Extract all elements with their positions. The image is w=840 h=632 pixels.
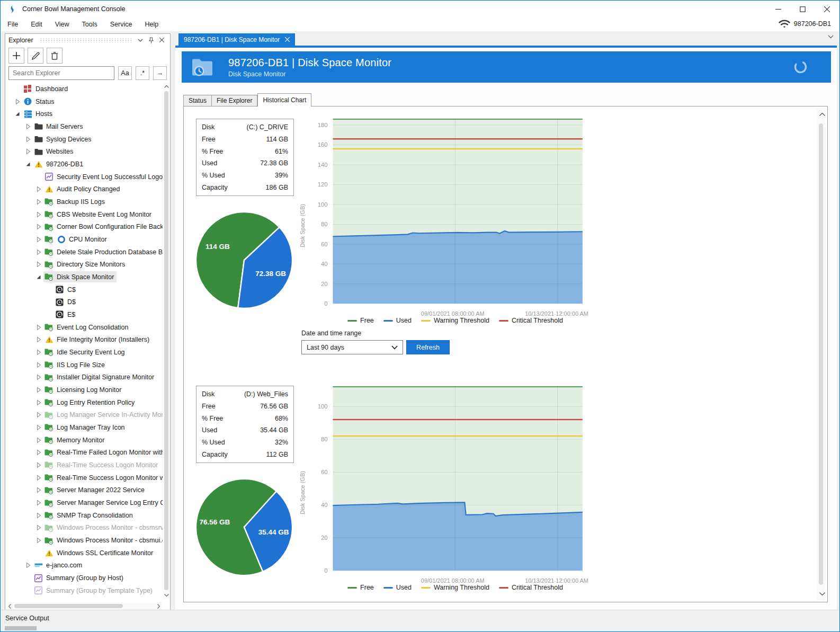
legend-item-free[interactable]: Free bbox=[347, 584, 374, 591]
tree-item-disk-space-monitor[interactable]: Disk Space Monitor bbox=[5, 271, 163, 283]
minimize-button[interactable] bbox=[766, 1, 790, 17]
row-content[interactable]: Event Log Consolidation bbox=[43, 322, 131, 333]
row-content[interactable]: Licensing Log Monitor bbox=[43, 384, 124, 395]
expand-arrow-icon[interactable] bbox=[23, 135, 33, 144]
expand-arrow-icon[interactable] bbox=[34, 222, 43, 231]
row-content[interactable]: Directory Size Monitors bbox=[43, 259, 128, 270]
expand-arrow-icon[interactable] bbox=[34, 248, 43, 256]
tree-item-event-log-consolidation[interactable]: Event Log Consolidation bbox=[5, 321, 163, 334]
expand-arrow-icon[interactable] bbox=[34, 511, 43, 520]
tab-file-explorer[interactable]: File Explorer bbox=[212, 95, 257, 106]
expand-arrow-icon[interactable] bbox=[34, 536, 43, 545]
tree-item-summary-group-by-template-type[interactable]: Summary (Group by Template Type) bbox=[5, 584, 163, 597]
tree-item-delete-stale-production-database-backu[interactable]: Delete Stale Production Database Backu bbox=[5, 246, 163, 259]
row-content[interactable]: Log Entry Retention Policy bbox=[43, 397, 137, 408]
tree-item-syslog-devices[interactable]: Syslog Devices bbox=[5, 133, 163, 146]
row-content[interactable]: Server Manager 2022 Service bbox=[43, 485, 147, 496]
row-content[interactable]: Status bbox=[22, 96, 57, 107]
tree-item-snmp-trap-consolidation[interactable]: SNMP Trap Consolidation bbox=[5, 509, 163, 522]
edit-button[interactable] bbox=[28, 48, 43, 64]
tree-item-iis-log-file-size[interactable]: IIS Log File Size bbox=[5, 359, 163, 371]
expand-arrow-icon[interactable] bbox=[23, 561, 33, 569]
tree-item-memory-monitor[interactable]: Memory Monitor bbox=[5, 434, 163, 447]
row-content[interactable]: Hosts bbox=[22, 109, 55, 120]
row-content[interactable]: Windows Process Monitor - cbsmui.exe bbox=[43, 535, 163, 546]
menu-item-tools[interactable]: Tools bbox=[76, 18, 104, 31]
expand-arrow-icon[interactable] bbox=[34, 185, 43, 193]
tree-item-log-manager-tray-icon[interactable]: Log Manager Tray Icon bbox=[5, 421, 163, 434]
row-content[interactable]: Dashboard bbox=[22, 83, 70, 94]
explorer-header[interactable]: Explorer bbox=[5, 34, 170, 46]
selected-row-highlight[interactable]: Disk Space Monitor bbox=[43, 271, 117, 282]
tree-item-websites[interactable]: Websites bbox=[5, 145, 163, 158]
row-content[interactable]: Real-Time Failed Logon Monitor with G bbox=[43, 447, 163, 458]
expand-arrow-icon[interactable] bbox=[34, 523, 43, 532]
panel-menu-button[interactable] bbox=[135, 35, 146, 45]
search-go-button[interactable]: → bbox=[153, 66, 167, 80]
tree-item-987206-db1[interactable]: 987206-DB1 bbox=[5, 158, 163, 171]
row-content[interactable]: E$ bbox=[54, 309, 78, 320]
expand-arrow-icon[interactable] bbox=[23, 147, 33, 156]
expand-arrow-icon[interactable] bbox=[34, 198, 43, 206]
collapse-arrow-icon[interactable] bbox=[23, 160, 33, 168]
expand-arrow-icon[interactable] bbox=[34, 474, 43, 482]
row-content[interactable]: Real-Time Success Logon Monitor with bbox=[43, 472, 163, 483]
row-content[interactable]: Summary (Group by Template Type) bbox=[33, 585, 155, 596]
scroll-down-button[interactable] bbox=[163, 591, 170, 599]
menu-item-service[interactable]: Service bbox=[104, 18, 139, 31]
legend-item-critical-threshold[interactable]: Critical Threshold bbox=[499, 317, 563, 324]
tree-item-e[interactable]: E$ bbox=[5, 308, 163, 321]
row-content[interactable]: Log Manager Service In-Activity Monito bbox=[43, 410, 163, 421]
tree-item-real-time-success-logon-monitor-with[interactable]: Real-Time Success Logon Monitor with bbox=[5, 471, 163, 484]
tree-item-mail-servers[interactable]: Mail Servers bbox=[5, 120, 163, 133]
tree-item-security-event-log-successful-logons-r[interactable]: Security Event Log Successful Logons R bbox=[5, 171, 163, 183]
tree-item-dashboard[interactable]: Dashboard bbox=[5, 83, 163, 95]
row-content[interactable]: Real-Time Success Logon Monitor bbox=[43, 459, 160, 470]
tree-item-log-manager-service-in-activity-monito[interactable]: Log Manager Service In-Activity Monito bbox=[5, 408, 163, 421]
expand-arrow-icon[interactable] bbox=[34, 398, 43, 407]
row-content[interactable]: C$ bbox=[54, 284, 78, 295]
tree-item-server-manager-2022-service[interactable]: Server Manager 2022 Service bbox=[5, 484, 163, 497]
tree-item-e-janco-com[interactable]: e-janco.com bbox=[5, 559, 163, 572]
tree-item-backup-iis-logs[interactable]: Backup IIS Logs bbox=[5, 195, 163, 208]
row-content[interactable]: Security Event Log Successful Logons R bbox=[43, 171, 163, 182]
close-button[interactable] bbox=[815, 1, 839, 17]
legend-item-warning-threshold[interactable]: Warning Threshold bbox=[421, 317, 489, 324]
row-content[interactable]: SNMP Trap Consolidation bbox=[43, 510, 136, 521]
tree-item-audit-policy-changed[interactable]: Audit Policy Changed bbox=[5, 183, 163, 195]
menu-item-file[interactable]: File bbox=[1, 18, 24, 31]
scroll-up-button[interactable] bbox=[163, 83, 170, 90]
scrollbar-thumb[interactable] bbox=[164, 91, 168, 590]
row-content[interactable]: e-janco.com bbox=[33, 560, 85, 571]
legend-item-used[interactable]: Used bbox=[383, 317, 412, 324]
scroll-down-button[interactable] bbox=[818, 590, 826, 598]
menu-item-edit[interactable]: Edit bbox=[24, 18, 49, 31]
content-vertical-scrollbar[interactable] bbox=[816, 108, 826, 601]
legend-item-free[interactable]: Free bbox=[347, 317, 374, 324]
row-content[interactable]: Corner Bowl Configuration File Backup bbox=[43, 221, 163, 233]
row-content[interactable]: Windows SSL Certificate Monitor bbox=[43, 547, 156, 558]
expand-arrow-icon[interactable] bbox=[34, 486, 43, 494]
tree-item-server-manager-service-log-entry-cons[interactable]: Server Manager Service Log Entry Cons bbox=[5, 496, 163, 509]
expand-arrow-icon[interactable] bbox=[34, 348, 43, 357]
expand-arrow-icon[interactable] bbox=[34, 361, 43, 369]
collapse-arrow-icon[interactable] bbox=[13, 110, 22, 118]
tree-item-c[interactable]: C$ bbox=[5, 283, 163, 296]
tree-horizontal-scrollbar[interactable] bbox=[6, 602, 162, 610]
document-tab[interactable]: 987206-DB1 | Disk Space Monitor bbox=[178, 33, 295, 46]
legend-item-warning-threshold[interactable]: Warning Threshold bbox=[421, 584, 489, 591]
tree-item-summary-group-by-host[interactable]: Summary (Group by Host) bbox=[5, 572, 163, 584]
tab-historical-chart[interactable]: Historical Chart bbox=[257, 93, 311, 106]
row-content[interactable]: Audit Policy Changed bbox=[43, 184, 123, 195]
expand-arrow-icon[interactable] bbox=[34, 436, 43, 444]
tree-item-windows-ssl-certificate-monitor[interactable]: Windows SSL Certificate Monitor bbox=[5, 547, 163, 559]
scrollbar-thumb[interactable] bbox=[14, 604, 123, 608]
tree-item-directory-size-monitors[interactable]: Directory Size Monitors bbox=[5, 258, 163, 271]
expand-arrow-icon[interactable] bbox=[34, 448, 43, 457]
expand-arrow-icon[interactable] bbox=[34, 323, 43, 332]
row-content[interactable]: Log Manager Tray Icon bbox=[43, 422, 128, 433]
row-content[interactable]: Idle Security Event Log bbox=[43, 346, 128, 358]
tab-list-button[interactable] bbox=[828, 35, 834, 39]
scrollbar-thumb[interactable] bbox=[819, 123, 823, 585]
row-content[interactable]: Delete Stale Production Database Backu bbox=[43, 246, 163, 257]
